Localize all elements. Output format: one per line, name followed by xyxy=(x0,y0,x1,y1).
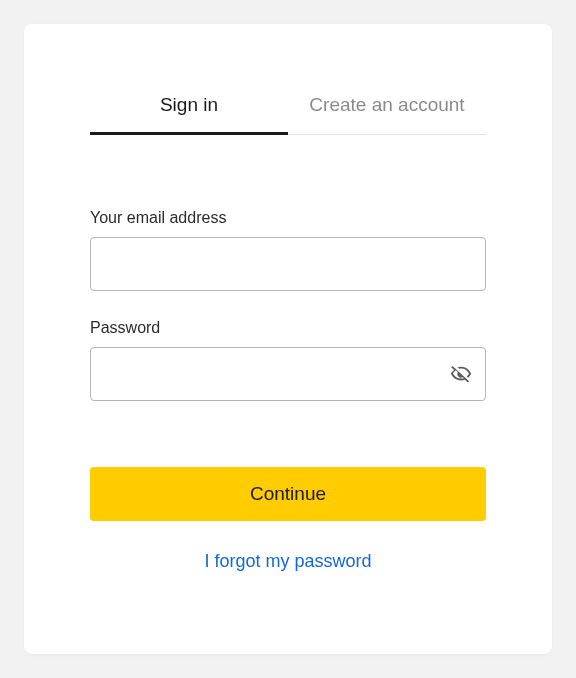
tab-sign-in[interactable]: Sign in xyxy=(90,94,288,134)
password-input-wrap xyxy=(90,347,486,401)
email-field-group: Your email address xyxy=(90,209,486,291)
email-field[interactable] xyxy=(90,237,486,291)
forgot-password-link[interactable]: I forgot my password xyxy=(90,551,486,572)
email-input-wrap xyxy=(90,237,486,291)
email-label: Your email address xyxy=(90,209,486,227)
continue-button-label: Continue xyxy=(250,483,326,504)
tab-create-account[interactable]: Create an account xyxy=(288,94,486,134)
tab-sign-in-label: Sign in xyxy=(160,94,218,115)
signin-form: Your email address Password Continue I f… xyxy=(90,135,486,572)
password-field-group: Password xyxy=(90,319,486,401)
signin-card: Sign in Create an account Your email add… xyxy=(24,24,552,654)
visibility-off-icon[interactable] xyxy=(450,363,472,385)
password-field[interactable] xyxy=(90,347,486,401)
tab-create-account-label: Create an account xyxy=(309,94,464,115)
forgot-password-label: I forgot my password xyxy=(204,551,371,571)
auth-tabs: Sign in Create an account xyxy=(90,94,486,135)
password-label: Password xyxy=(90,319,486,337)
continue-button[interactable]: Continue xyxy=(90,467,486,521)
